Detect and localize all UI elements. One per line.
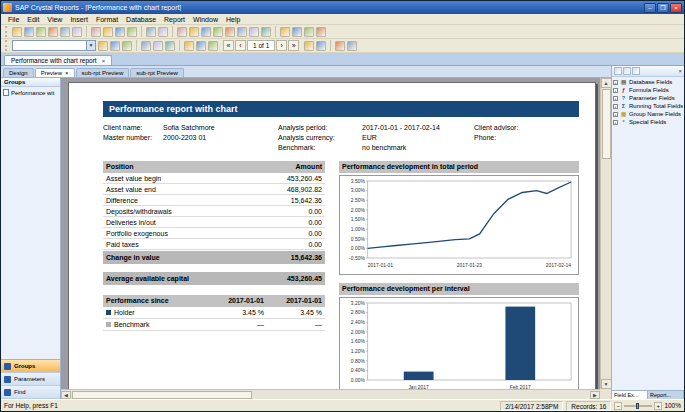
close-tab-icon[interactable]: × — [65, 70, 69, 76]
open-icon[interactable] — [24, 27, 34, 37]
field-explorer-item[interactable]: +▤Database Fields — [613, 79, 683, 85]
scroll-right-icon[interactable]: ▶ — [590, 391, 600, 399]
last-page-button[interactable]: » — [288, 40, 299, 51]
vertical-scroll-thumb[interactable] — [602, 89, 611, 159]
refresh-icon[interactable] — [304, 41, 314, 51]
accordion-parameters[interactable]: Parameters — [1, 373, 60, 386]
insert-picture-icon[interactable] — [261, 27, 271, 37]
menu-format[interactable]: Format — [92, 16, 122, 23]
field-explorer-item[interactable]: +*Special Fields — [613, 119, 683, 125]
toolbar-drag-handle[interactable] — [5, 26, 8, 37]
bold-icon[interactable] — [98, 41, 108, 51]
zoom-icon[interactable] — [304, 27, 314, 37]
paste-icon[interactable] — [115, 27, 125, 37]
zoom-slider[interactable] — [624, 405, 652, 407]
comma-icon[interactable] — [208, 41, 218, 51]
insert-summary-icon[interactable] — [201, 27, 211, 37]
print-icon[interactable] — [48, 27, 58, 37]
maximize-button[interactable]: ❒ — [657, 3, 669, 13]
expand-icon[interactable]: + — [613, 80, 618, 85]
menu-edit[interactable]: Edit — [23, 16, 43, 23]
menu-help[interactable]: Help — [222, 16, 244, 23]
minimize-button[interactable]: – — [644, 3, 656, 13]
vertical-scrollbar[interactable]: ▲ ▼ — [600, 78, 611, 389]
copy-icon[interactable] — [103, 27, 113, 37]
select-expert-icon[interactable] — [292, 27, 302, 37]
field-explorer-item[interactable]: +ΣRunning Total Fields — [613, 103, 683, 109]
previous-page-button[interactable]: ‹ — [235, 40, 246, 51]
field-explorer-item[interactable]: +?Parameter Fields — [613, 95, 683, 101]
menu-window[interactable]: Window — [189, 16, 222, 23]
field-explorer-item[interactable]: +ƒFormula Fields — [613, 87, 683, 93]
currency-icon[interactable] — [184, 41, 194, 51]
save-icon[interactable] — [36, 27, 46, 37]
align-left-icon[interactable] — [141, 41, 151, 51]
redo-icon[interactable] — [158, 27, 168, 37]
align-right-icon[interactable] — [165, 41, 175, 51]
view-tab-design[interactable]: Design — [3, 68, 34, 77]
group-tree-root[interactable]: Performance wit — [3, 89, 58, 96]
browse-data-icon[interactable] — [623, 67, 631, 75]
help-icon[interactable] — [316, 27, 326, 37]
view-tab-preview[interactable]: Preview× — [35, 68, 75, 77]
insert-subreport-icon[interactable] — [213, 27, 223, 37]
horizontal-scroll-thumb[interactable] — [72, 391, 252, 399]
chevron-down-icon[interactable]: ▼ — [86, 41, 95, 50]
undo-icon[interactable] — [146, 27, 156, 37]
next-page-button[interactable]: › — [276, 40, 287, 51]
formula-fields-icon: ƒ — [620, 87, 627, 93]
expand-icon[interactable]: + — [613, 120, 618, 125]
scroll-left-icon[interactable]: ◀ — [61, 391, 71, 399]
view-tab-sub-rpt-preview[interactable]: sub-rpt Preview — [76, 68, 130, 77]
underline-icon[interactable] — [122, 41, 132, 51]
average-capital-label: Average available capital — [106, 273, 189, 284]
accordion-groups[interactable]: Groups — [1, 360, 60, 373]
accordion-find[interactable]: Find — [1, 386, 60, 399]
font-combo[interactable]: ▼ — [12, 40, 96, 51]
first-page-button[interactable]: « — [223, 40, 234, 51]
expand-icon[interactable]: + — [613, 112, 618, 117]
percent-icon[interactable] — [196, 41, 206, 51]
explorer-tab[interactable]: Report... — [648, 391, 684, 399]
print-preview-icon[interactable] — [60, 27, 70, 37]
close-button[interactable]: × — [670, 3, 682, 13]
field-explorer-item[interactable]: +▦Group Name Fields — [613, 111, 683, 117]
expand-icon[interactable]: + — [613, 104, 618, 109]
menu-file[interactable]: File — [4, 16, 23, 23]
zoom-out-icon[interactable]: − — [614, 402, 622, 410]
insert-text-object-icon[interactable] — [177, 27, 187, 37]
insert-line-icon[interactable] — [225, 27, 235, 37]
menu-database[interactable]: Database — [122, 16, 160, 23]
menu-insert[interactable]: Insert — [66, 16, 92, 23]
toolbar-drag-handle[interactable] — [5, 40, 8, 51]
horizontal-scrollbar[interactable]: ◀ ▶ — [61, 389, 600, 399]
insert-chart-icon[interactable] — [249, 27, 259, 37]
document-tab[interactable]: Performance with chart report × — [4, 55, 112, 65]
cut-icon[interactable] — [91, 27, 101, 37]
zoom-in-icon[interactable]: + — [654, 402, 662, 410]
view-tab-sub-rpt-preview[interactable]: sub-rpt Preview — [130, 68, 184, 77]
insert-group-icon[interactable] — [189, 27, 199, 37]
section-expert-icon[interactable] — [280, 27, 290, 37]
menu-report[interactable]: Report — [160, 16, 189, 23]
format-painter-icon[interactable] — [127, 27, 137, 37]
new-field-icon[interactable] — [632, 67, 640, 75]
italic-icon[interactable] — [110, 41, 120, 51]
insert-box-icon[interactable] — [237, 27, 247, 37]
close-panel-icon[interactable]: × — [678, 68, 682, 74]
align-center-icon[interactable] — [153, 41, 163, 51]
stop-icon[interactable] — [316, 41, 326, 51]
explorer-tab[interactable]: Field Ex... — [612, 391, 648, 399]
close-tab-icon[interactable]: × — [102, 58, 106, 64]
export-icon[interactable] — [72, 27, 82, 37]
insert-to-report-icon[interactable] — [614, 67, 622, 75]
search-icon[interactable] — [335, 41, 345, 51]
scroll-down-icon[interactable]: ▼ — [601, 379, 612, 389]
new-report-icon[interactable] — [12, 27, 22, 37]
expand-icon[interactable]: + — [613, 96, 618, 101]
zoom-combo-icon[interactable] — [347, 41, 357, 51]
expand-icon[interactable]: + — [613, 88, 618, 93]
menu-view[interactable]: View — [43, 16, 66, 23]
scroll-up-icon[interactable]: ▲ — [601, 78, 612, 88]
zoom-slider-thumb[interactable] — [636, 403, 639, 409]
